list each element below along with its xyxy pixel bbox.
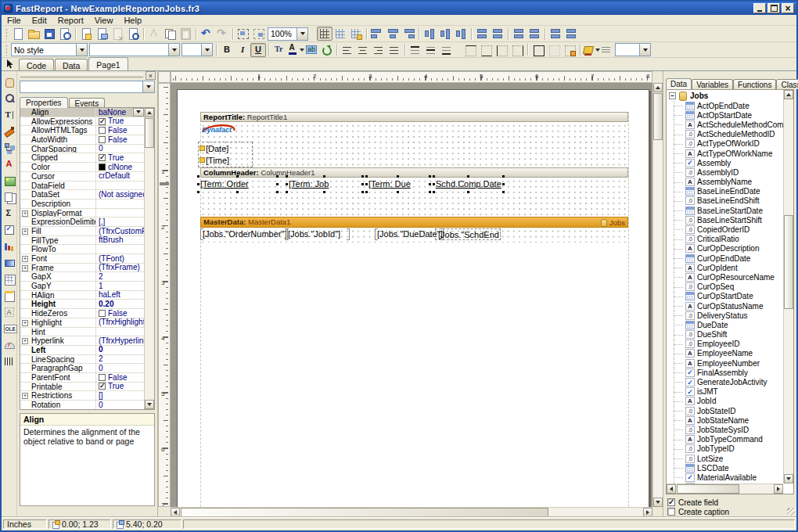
preview-button[interactable] [57,27,73,41]
barcode-object-button[interactable] [2,353,17,369]
inspector-dock-caption[interactable]: × [19,72,156,79]
tree-field-lscdate[interactable]: LSCDate [667,463,783,473]
property-row-color[interactable]: ColorclNone [20,163,144,172]
scrollbar-thumb[interactable] [181,508,548,517]
canvas-horizontal-scrollbar[interactable] [171,507,652,517]
selection-handle[interactable] [236,175,239,178]
property-value[interactable]: [,] [96,217,144,227]
selection-handle[interactable] [467,191,469,193]
checkbox-icon[interactable] [667,498,675,506]
selection-handle[interactable] [429,191,431,193]
font-name-combo[interactable] [89,43,180,56]
expand-icon[interactable] [22,265,28,271]
same-height-button[interactable] [563,27,579,41]
selection-handle[interactable] [433,175,435,178]
table-object-button[interactable] [2,287,17,304]
property-value[interactable]: haLeft [96,291,144,300]
property-row-allowexpressions[interactable]: AllowExpressionsTrue [20,117,144,127]
font-size-dropdown-button[interactable] [201,44,212,56]
property-value[interactable]: [] [96,391,144,401]
property-value[interactable]: 2 [96,355,144,365]
property-value[interactable]: (TfrxFrame) [96,264,144,273]
property-value[interactable] [96,182,144,191]
property-row-datafield[interactable]: DataField [20,182,144,191]
field-schd-end[interactable]: [Jobs."SchdEnd [435,228,501,240]
tab-code[interactable]: Code [19,59,54,70]
date-memo[interactable]: [Date] [199,142,252,154]
group-button[interactable] [235,27,251,41]
tab-data[interactable]: Data [55,59,88,70]
property-value[interactable]: 0 [96,364,144,373]
scrollbar-thumb[interactable] [145,118,154,148]
minimize-button[interactable] [753,3,766,13]
selection-handle[interactable] [433,191,435,193]
value-dropdown-button[interactable] [133,108,144,117]
tree-field-assembly[interactable]: Assembly [667,158,783,167]
scrollbar-thumb[interactable] [677,484,739,494]
selection-handle[interactable] [502,191,505,193]
zoom-dropdown-button[interactable] [297,28,307,40]
property-row-dataset[interactable]: DataSet(Not assigned) [20,190,144,200]
style-combo[interactable]: No style [11,43,88,56]
data-tab-classes[interactable]: Classes [776,79,798,89]
open-button[interactable] [26,27,41,41]
zoom-tool-button[interactable] [2,90,17,106]
dynafact-logo[interactable]: Dynafact [200,122,239,141]
property-row-flowto[interactable]: FlowTo [20,245,144,254]
align-left-button[interactable] [340,43,355,57]
selection-handle[interactable] [286,175,288,178]
page-settings-button[interactable] [125,27,141,41]
font-size-combo[interactable] [182,43,213,56]
toolbar-grip[interactable] [5,45,8,56]
new-dialog-page-button[interactable] [94,27,110,41]
property-value[interactable]: crDefault [96,172,144,182]
maximize-button[interactable] [767,3,780,13]
new-button[interactable] [10,27,26,41]
selection-handle[interactable] [502,175,505,178]
tree-field-curopident[interactable]: CurOpIdent [667,263,783,272]
expand-icon[interactable] [22,393,28,399]
selection-handle[interactable] [276,191,279,193]
frame-left-button[interactable] [494,43,509,57]
selection-handle[interactable] [361,175,364,178]
rotation-button[interactable] [318,43,334,57]
selection-handle[interactable] [365,183,368,185]
fill-color-button[interactable] [583,43,598,57]
align-to-grid-button[interactable] [332,27,348,41]
property-value[interactable]: 0.20 [96,300,144,309]
frame-bottom-button[interactable] [478,43,494,57]
style-dropdown-button[interactable] [76,44,87,56]
save-button[interactable] [41,27,57,41]
selection-handle[interactable] [397,191,399,193]
scrollbar-thumb[interactable] [653,93,663,140]
gauge-object-button[interactable] [2,336,17,353]
property-row-autowidth[interactable]: AutoWidthFalse [20,135,144,145]
frame-all-button[interactable] [530,43,546,57]
scroll-left-button[interactable] [667,484,676,494]
scrollbar-thumb[interactable] [784,215,793,309]
font-color-button[interactable] [287,43,303,57]
menu-view[interactable]: View [89,16,119,25]
tree-field-baselineendshift[interactable]: BaseLineEndShift [667,196,783,206]
property-row-printable[interactable]: PrintableTrue [20,383,144,392]
tree-field-actopstartdate[interactable]: ActOpStartDate [667,110,783,120]
frame-none-button[interactable] [546,43,562,57]
close-button[interactable] [782,3,794,13]
column-title-due[interactable]: [Term: Due [368,178,428,191]
close-inspector-icon[interactable]: × [146,71,156,80]
object-selector-dropdown[interactable] [142,81,154,92]
value-checkbox[interactable] [99,310,106,317]
selection-handle[interactable] [429,175,431,178]
toolbar-grip[interactable] [5,28,8,39]
option-create-caption[interactable]: Create caption [667,507,794,516]
property-row-gapy[interactable]: GapY1 [20,282,144,291]
option-create-field[interactable]: Create field [667,498,794,507]
property-row-hyperlink[interactable]: Hyperlink(TfrxHyperlink) [20,336,144,346]
ole-object-button[interactable] [2,320,17,336]
property-row-left[interactable]: Left0 [20,346,144,355]
tree-field-employeenumber[interactable]: EmployeeNumber [667,358,783,368]
column-title-order[interactable]: [Term: Order [200,178,275,191]
scroll-right-button[interactable] [643,508,652,517]
time-memo[interactable]: [Time] [199,154,252,166]
tree-field-lotsize[interactable]: LotSize [667,454,783,463]
